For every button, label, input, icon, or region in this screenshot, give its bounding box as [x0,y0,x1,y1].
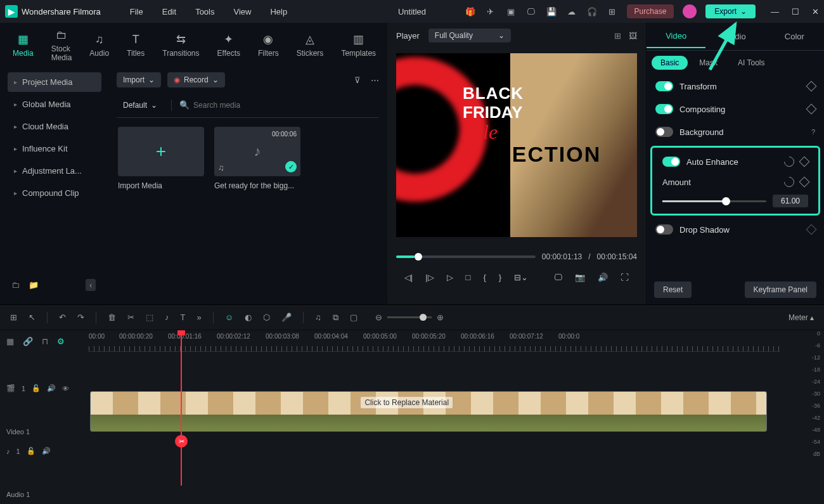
volume-icon[interactable]: 🔊 [598,273,608,282]
zoom-in-icon[interactable]: ⊕ [437,313,444,322]
sort-dropdown[interactable]: Default⌄ [117,98,164,113]
reset-icon[interactable] [782,155,797,169]
delete-icon[interactable]: 🗑 [108,313,116,322]
tab-color[interactable]: Color [765,25,824,48]
sync-icon[interactable]: ♫ [315,313,321,322]
eye-icon[interactable]: 👁 [62,385,69,392]
media-item[interactable]: 00:00:06 ♪ ♫ ✓ Get ready for the bigg... [214,127,300,190]
lock-icon[interactable]: 🔓 [27,447,35,455]
video-clip[interactable]: Click to Replace Material [90,391,767,432]
record-dropdown[interactable]: ◉Record⌄ [167,72,225,87]
pip-icon[interactable]: ⧉ [333,313,338,323]
apps-icon[interactable]: ⊞ [607,6,618,17]
frame-icon[interactable]: ▢ [350,313,357,322]
folder-open-icon[interactable]: 📁 [29,280,39,290]
more-icon[interactable]: ⋯ [371,75,379,85]
text-tool-icon[interactable]: T [181,313,186,322]
keyframe-icon[interactable] [806,224,817,235]
reset-button[interactable]: Reset [654,281,692,298]
auto-icon[interactable]: ⚙ [57,337,65,346]
toggle-transform[interactable] [655,81,673,91]
keyframe-icon[interactable] [799,177,810,188]
playhead[interactable] [181,330,182,486]
grid-view-icon[interactable]: ⊞ [614,31,621,41]
avatar[interactable] [683,4,697,18]
menu-help[interactable]: Help [270,7,287,16]
subtab-ai-tools[interactable]: AI Tools [729,56,773,70]
export-button[interactable]: Export⌄ [705,4,756,18]
import-media-card[interactable]: + Import Media [118,127,204,190]
color-tool-icon[interactable]: ◐ [245,313,252,322]
cursor-icon[interactable]: ↖ [29,313,35,322]
toggle-drop-shadow[interactable] [655,224,673,235]
timeline-tracks[interactable]: 00:00 00:00:00:20 00:00:01:16 00:00:02:1… [89,330,780,486]
toggle-auto-enhance[interactable] [662,157,680,167]
keyframe-icon[interactable] [799,157,810,167]
more-tools-icon[interactable]: » [196,313,201,322]
maximize-icon[interactable]: ☐ [792,7,799,16]
snapshot-icon[interactable]: 📷 [575,273,585,282]
amount-value[interactable]: 61.00 [773,195,808,207]
cat-adjustment-layer[interactable]: ▸Adjustment La... [8,161,101,181]
toggle-background[interactable] [655,127,673,137]
cat-compound-clip[interactable]: ▸Compound Clip [8,183,101,203]
reset-icon[interactable] [782,175,797,190]
cat-cloud-media[interactable]: ▸Cloud Media [8,117,101,136]
cat-global-media[interactable]: ▸Global Media [8,94,101,114]
gift-icon[interactable]: 🎁 [465,6,476,17]
folder-add-icon[interactable]: 🗀 [11,280,20,290]
tab-audio[interactable]: Audio [705,25,764,48]
lock-icon[interactable]: 🔓 [32,384,41,392]
filter-list-icon[interactable]: ⊽ [354,75,361,85]
tab-audio[interactable]: ♫Audio [89,32,109,58]
zoom-out-icon[interactable]: ⊖ [375,313,382,322]
mute-icon[interactable]: 🔊 [42,447,51,455]
mark-in-icon[interactable]: { [483,273,486,282]
menu-view[interactable]: View [233,7,251,16]
fullscreen-icon[interactable]: ⛶ [621,273,629,282]
zoom-slider[interactable] [387,316,432,318]
keyframe-panel-button[interactable]: Keyframe Panel [745,281,816,298]
mute-icon[interactable]: 🔊 [47,384,56,392]
menu-edit[interactable]: Edit [162,7,176,16]
amount-slider[interactable] [662,200,766,202]
send-icon[interactable]: ✈ [485,6,496,17]
screen-icon[interactable]: ▣ [505,6,517,17]
crop-icon[interactable]: ⬚ [146,313,153,322]
prop-background[interactable]: Background ? [647,120,824,143]
prev-frame-icon[interactable]: ◁| [404,273,413,282]
monitor-icon[interactable]: 🖵 [525,6,537,17]
collapse-sidebar-icon[interactable]: ‹ [86,279,96,291]
audio-tool-icon[interactable]: ♪ [165,313,169,322]
toggle-compositing[interactable] [655,104,673,114]
ratio-icon[interactable]: ⊟⌄ [514,273,528,282]
subtab-mask[interactable]: Mask [690,56,726,70]
meter-label[interactable]: Meter ▴ [789,313,814,322]
prop-drop-shadow[interactable]: Drop Shadow [647,218,824,241]
tab-stickers[interactable]: ◬Stickers [297,32,324,58]
display-icon[interactable]: 🖵 [554,273,562,282]
menu-file[interactable]: File [130,7,143,16]
magnet-icon[interactable]: ⊓ [42,337,48,346]
next-frame-icon[interactable]: |▷ [425,273,434,282]
close-icon[interactable]: ✕ [812,7,819,16]
prop-transform[interactable]: Transform [647,75,824,98]
help-icon[interactable]: ? [811,128,815,136]
stop-icon[interactable]: □ [466,273,471,282]
mark-out-icon[interactable]: } [499,273,501,282]
tab-templates[interactable]: ▥Templates [341,32,376,58]
ai-icon[interactable]: ☺ [225,313,233,322]
track-layout-icon[interactable]: ▦ [6,337,14,346]
layout-icon[interactable]: ⊞ [10,313,17,322]
tab-filters[interactable]: ◉Filters [258,32,279,58]
preview-canvas[interactable]: BLACK FRIDAY Sale LECTION [396,53,637,237]
search-input[interactable]: 🔍 [179,100,379,110]
prop-compositing[interactable]: Compositing [647,98,824,120]
purchase-button[interactable]: Purchase [627,4,674,18]
save-icon[interactable]: 💾 [546,6,557,17]
cut-icon[interactable]: ✂ [127,313,134,322]
tab-stock-media[interactable]: 🗀Stock Media [51,28,72,62]
quality-dropdown[interactable]: Full Quality⌄ [428,29,511,42]
cat-influence-kit[interactable]: ▸Influence Kit [8,139,101,158]
link-icon[interactable]: 🔗 [23,337,33,346]
